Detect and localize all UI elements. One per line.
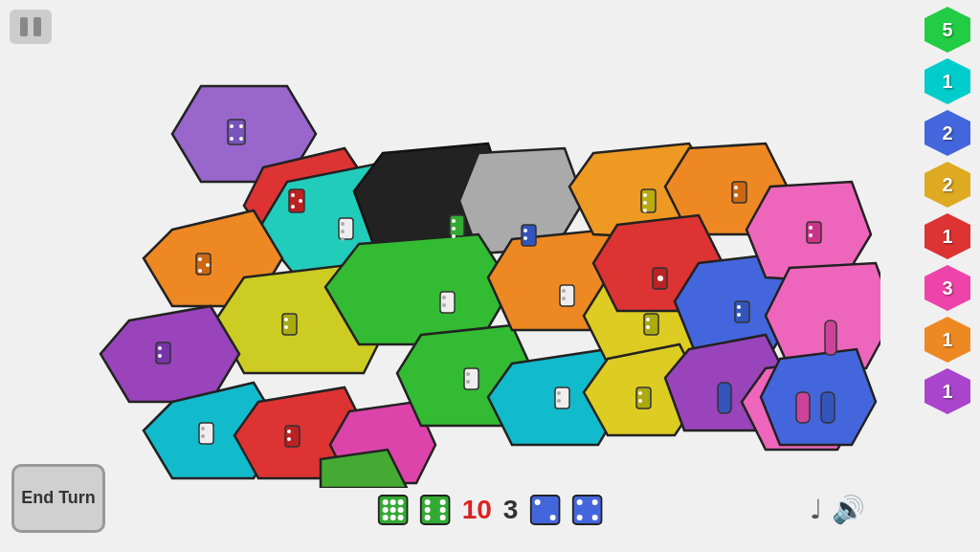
svg-rect-60 xyxy=(522,225,536,246)
sidebar-hex-6[interactable]: 1 xyxy=(923,315,972,364)
svg-point-37 xyxy=(341,222,345,226)
svg-point-71 xyxy=(643,201,647,205)
pause-bar-left xyxy=(20,17,28,36)
svg-rect-66 xyxy=(560,285,574,306)
svg-point-87 xyxy=(466,380,470,384)
svg-point-92 xyxy=(646,318,650,321)
svg-point-28 xyxy=(230,124,234,128)
music-icon[interactable]: ♩ xyxy=(810,494,822,525)
svg-point-115 xyxy=(425,507,431,513)
svg-point-38 xyxy=(341,230,345,233)
svg-point-106 xyxy=(398,507,404,513)
svg-point-70 xyxy=(643,193,647,197)
svg-point-111 xyxy=(425,499,431,505)
svg-point-83 xyxy=(737,313,741,317)
green-die-1 xyxy=(378,495,409,525)
svg-point-43 xyxy=(198,269,202,273)
sidebar-hex-label-5: 3 xyxy=(924,265,970,311)
svg-point-75 xyxy=(734,193,738,197)
sidebar-hex-0[interactable]: 5 xyxy=(923,5,972,55)
svg-rect-94 xyxy=(636,387,651,408)
sidebar-hex-7[interactable]: 1 xyxy=(923,366,972,416)
svg-point-49 xyxy=(158,354,162,358)
blue-count: 3 xyxy=(503,495,519,525)
sound-controls: ♩ 🔊 xyxy=(810,494,865,525)
svg-point-124 xyxy=(591,515,597,520)
svg-rect-81 xyxy=(735,301,749,322)
svg-rect-47 xyxy=(156,342,170,364)
svg-rect-85 xyxy=(464,368,479,389)
svg-point-52 xyxy=(201,434,205,438)
sidebar-hex-label-0: 5 xyxy=(924,7,970,53)
sidebar-hex-label-1: 1 xyxy=(924,58,970,104)
end-turn-button[interactable]: End Turn xyxy=(11,464,105,533)
svg-point-101 xyxy=(383,499,389,505)
svg-marker-26 xyxy=(761,349,876,445)
svg-rect-63 xyxy=(440,292,455,313)
svg-point-95 xyxy=(638,391,642,395)
svg-point-30 xyxy=(230,137,234,141)
svg-rect-120 xyxy=(572,496,601,524)
svg-point-65 xyxy=(442,303,446,307)
svg-rect-76 xyxy=(807,222,821,243)
svg-rect-69 xyxy=(641,189,656,212)
svg-point-74 xyxy=(734,186,738,189)
svg-rect-44 xyxy=(282,314,297,335)
svg-point-121 xyxy=(576,499,582,505)
svg-point-67 xyxy=(562,289,566,293)
svg-point-104 xyxy=(383,507,389,513)
svg-point-113 xyxy=(425,515,431,520)
sidebar-hex-2[interactable]: 2 xyxy=(923,108,972,158)
svg-rect-36 xyxy=(339,218,353,239)
svg-point-34 xyxy=(299,199,302,203)
svg-point-80 xyxy=(657,276,663,281)
sidebar-hex-label-2: 2 xyxy=(924,110,970,156)
svg-point-103 xyxy=(398,499,404,505)
svg-point-61 xyxy=(523,229,527,232)
svg-rect-56 xyxy=(450,215,464,236)
svg-point-77 xyxy=(809,226,813,230)
green-score: 10 xyxy=(462,495,492,525)
svg-rect-117 xyxy=(530,496,559,524)
svg-point-82 xyxy=(737,305,741,309)
sidebar-hex-1[interactable]: 1 xyxy=(923,56,972,106)
svg-point-114 xyxy=(440,515,446,520)
svg-point-51 xyxy=(201,427,205,431)
svg-point-29 xyxy=(239,124,243,128)
svg-rect-50 xyxy=(199,423,213,444)
volume-icon[interactable]: 🔊 xyxy=(832,494,865,525)
svg-rect-84 xyxy=(825,320,836,355)
svg-rect-88 xyxy=(555,387,569,408)
svg-rect-98 xyxy=(796,392,810,423)
sidebar-hex-label-4: 1 xyxy=(924,213,970,259)
svg-point-58 xyxy=(452,227,456,231)
sidebar-hex-5[interactable]: 3 xyxy=(923,263,972,313)
svg-point-68 xyxy=(562,297,566,300)
svg-point-54 xyxy=(287,430,291,433)
sidebar-hex-4[interactable]: 1 xyxy=(923,211,972,261)
svg-point-93 xyxy=(646,325,650,329)
svg-rect-53 xyxy=(285,426,300,447)
svg-point-116 xyxy=(440,507,446,513)
blue-die-1 xyxy=(529,495,560,525)
svg-point-78 xyxy=(809,233,813,237)
svg-point-89 xyxy=(557,391,561,395)
svg-rect-27 xyxy=(228,120,245,144)
green-die-2 xyxy=(420,495,451,525)
pause-button[interactable] xyxy=(10,10,52,44)
blue-die-2 xyxy=(571,495,602,525)
sidebar-hex-label-7: 1 xyxy=(924,368,970,414)
svg-point-42 xyxy=(206,263,210,267)
svg-point-102 xyxy=(390,499,396,505)
sidebar-hex-3[interactable]: 2 xyxy=(923,160,972,210)
svg-point-108 xyxy=(390,515,396,520)
svg-point-55 xyxy=(287,437,291,441)
status-bar: 10 3 xyxy=(378,495,603,525)
svg-point-62 xyxy=(523,236,527,240)
sidebar-hex-label-3: 2 xyxy=(924,162,970,208)
svg-rect-97 xyxy=(718,383,731,413)
svg-point-46 xyxy=(284,325,288,329)
game-board xyxy=(77,77,880,488)
end-turn-label: End Turn xyxy=(21,488,96,509)
svg-point-72 xyxy=(643,209,647,212)
